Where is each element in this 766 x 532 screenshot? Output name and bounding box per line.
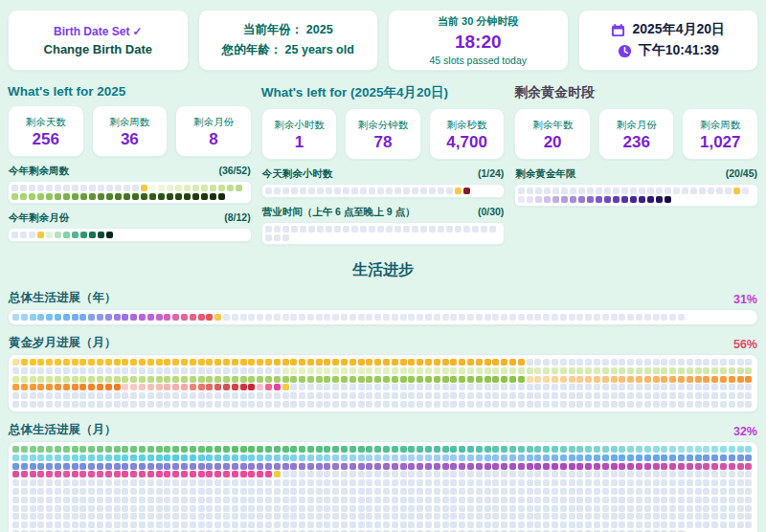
grid-square <box>122 479 128 486</box>
grid-square <box>627 384 634 390</box>
change-birth-date-button[interactable]: Change Birth Date <box>44 42 152 56</box>
grid-square <box>552 521 558 528</box>
grid-square <box>172 401 179 408</box>
grid-square <box>20 185 27 191</box>
grid-square <box>627 314 634 321</box>
grid-square <box>400 314 407 321</box>
grid-square <box>594 376 600 383</box>
grid-square <box>476 392 483 399</box>
grid-square <box>316 463 323 470</box>
grid-square <box>467 314 474 321</box>
grid-square <box>30 521 36 528</box>
grid-square <box>358 384 365 390</box>
grid-square <box>374 513 381 520</box>
grid-square <box>198 513 205 520</box>
stat-weeks-left: 剩余周数 36 <box>92 105 169 157</box>
grid-square <box>265 488 272 495</box>
grid-square <box>147 314 154 321</box>
current-year-text: 当前年份： 2025 <box>243 22 333 38</box>
grid-square <box>223 463 230 470</box>
grid-square <box>729 488 735 495</box>
grid-square <box>201 185 208 191</box>
grid-square <box>324 359 330 366</box>
grid-square <box>687 497 693 503</box>
grid-square <box>611 497 618 503</box>
grid-square <box>527 479 533 486</box>
grid-square <box>139 497 146 503</box>
slot-time: 18:20 <box>455 33 502 51</box>
grid-square <box>392 471 398 477</box>
grid-square <box>206 392 213 399</box>
grid-square <box>366 314 372 321</box>
grid-square <box>417 359 423 366</box>
grid-square <box>349 359 356 366</box>
grid-square <box>509 454 516 461</box>
grid-square <box>147 521 154 528</box>
grid-square <box>341 314 348 321</box>
grid-square <box>192 185 199 191</box>
grid-square <box>89 193 96 200</box>
grid-square <box>341 488 348 495</box>
grid-square <box>324 401 330 408</box>
grid-square <box>450 367 457 374</box>
grid-square <box>392 505 398 512</box>
grid-square <box>374 521 381 528</box>
grid-square <box>317 188 324 194</box>
calendar-icon <box>611 23 625 37</box>
grid-square <box>198 367 205 374</box>
stat-label: 剩余周数 <box>700 119 740 132</box>
stat-golden-weeks: 剩余周数 1,027 <box>682 108 758 160</box>
grid-square <box>509 392 516 399</box>
grid-square <box>611 513 618 520</box>
grid-square <box>459 384 465 390</box>
grid-square <box>164 463 170 470</box>
grid-square <box>139 446 146 453</box>
grid-square <box>55 446 61 453</box>
grid-square <box>703 359 710 366</box>
stat-value: 1,027 <box>700 134 741 150</box>
grid-square <box>341 367 348 374</box>
grid-square <box>139 376 146 383</box>
grid-square <box>745 471 752 477</box>
grid-square <box>619 392 625 399</box>
grid-square <box>467 505 474 512</box>
grid-square <box>560 401 567 408</box>
grid-square <box>644 505 651 512</box>
grid-square <box>383 454 390 461</box>
grid-square <box>147 463 154 470</box>
grid-square <box>30 359 36 366</box>
grid-square <box>12 384 19 390</box>
grid-square <box>114 392 121 399</box>
grid-square <box>737 479 744 486</box>
grid-square <box>552 497 558 503</box>
grid-square <box>543 513 550 520</box>
grid-square <box>476 454 483 461</box>
grid-square <box>206 376 213 383</box>
grid-square <box>669 463 676 470</box>
grid-square <box>585 505 592 512</box>
grid-square <box>653 367 660 374</box>
grid-square <box>214 505 221 512</box>
grid-square <box>332 479 339 486</box>
grid-square <box>190 384 196 390</box>
grid-square <box>79 521 86 528</box>
grid-square <box>122 454 128 461</box>
grid-square <box>79 513 86 520</box>
grid-square <box>602 454 609 461</box>
grid-square <box>366 401 372 408</box>
grid-square <box>46 513 53 520</box>
grid-square <box>332 471 339 477</box>
current-age-text: 您的年龄： 25 years old <box>222 42 354 58</box>
grid-square <box>106 193 113 200</box>
grid-square <box>282 479 289 486</box>
grid-square <box>374 367 381 374</box>
grid-square <box>63 384 70 390</box>
grid-square <box>459 488 465 495</box>
grid-square <box>349 488 356 495</box>
grid-square <box>687 384 693 390</box>
grid-square <box>156 488 163 495</box>
grid-square <box>611 314 618 321</box>
grid-square <box>349 463 356 470</box>
grid-square <box>569 479 575 486</box>
grid-square <box>543 488 550 495</box>
